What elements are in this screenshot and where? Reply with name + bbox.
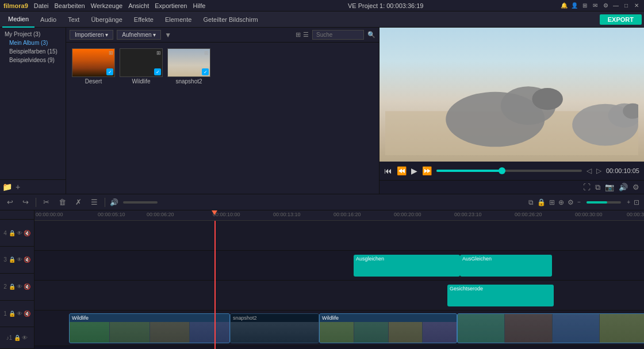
track-row-4 bbox=[34, 221, 644, 251]
media-panel: Importieren ▾ Aufnehmen ▾ ▼ ⊞ ☰ 🔍 ⊞ ✓ De… bbox=[66, 28, 379, 194]
track-eye-icon[interactable]: 👁 bbox=[17, 310, 22, 317]
project-tree: My Project (3) Mein Album (3) Beispielfa… bbox=[0, 28, 66, 67]
ruler-mark: 00:00:16:20 bbox=[334, 212, 361, 217]
clip-wildlife-2[interactable]: Wildlife bbox=[319, 313, 457, 343]
track-eye-icon[interactable]: 👁 bbox=[17, 256, 22, 263]
search-icon[interactable]: 🔍 bbox=[367, 31, 375, 39]
preview-arrows-left[interactable]: ◁ bbox=[586, 167, 592, 175]
tab-audio[interactable]: Audio bbox=[34, 11, 62, 28]
volume-icon[interactable]: 🔊 bbox=[110, 198, 118, 206]
tree-mein-album[interactable]: Mein Album (3) bbox=[2, 39, 63, 47]
tab-effekte[interactable]: Effekte bbox=[128, 11, 159, 28]
list-view-icon[interactable]: ☰ bbox=[303, 31, 309, 39]
menu-button[interactable]: ☰ bbox=[89, 197, 100, 208]
preview-pip-icon[interactable]: ⧉ bbox=[595, 183, 600, 192]
preview-snapshot-icon[interactable]: 📷 bbox=[605, 183, 614, 191]
track-lock-icon[interactable]: 🔒 bbox=[9, 283, 16, 290]
filter-icon[interactable]: ▼ bbox=[164, 31, 171, 39]
media-search-input[interactable] bbox=[312, 30, 364, 40]
tl-icon5[interactable]: ⚙ bbox=[568, 198, 574, 206]
track-2-icons: 🔒 👁 🔇 bbox=[9, 283, 30, 290]
tl-icon1[interactable]: ⧉ bbox=[528, 198, 534, 206]
track-labels: 4 🔒 👁 🔇 3 🔒 👁 🔇 2 🔒 bbox=[0, 210, 34, 349]
tab-uebergaenge[interactable]: Übergänge bbox=[85, 11, 128, 28]
track-mute-icon[interactable]: 🔇 bbox=[24, 283, 30, 290]
track-mute-icon[interactable]: 🔇 bbox=[24, 230, 30, 236]
track-lock-icon[interactable]: 🔒 bbox=[9, 256, 16, 263]
tl-fit-icon[interactable]: ⊡ bbox=[634, 198, 639, 206]
track-lock-icon[interactable]: 🔒 bbox=[9, 310, 16, 317]
tab-geteilter-bildschirm[interactable]: Geteilter Bildschirm bbox=[197, 11, 263, 28]
menu-exportieren[interactable]: Exportieren bbox=[155, 2, 187, 9]
redo-button[interactable]: ↪ bbox=[20, 197, 31, 208]
track-eye-icon[interactable]: 👁 bbox=[22, 335, 28, 341]
track-lock-icon[interactable]: 🔒 bbox=[14, 335, 21, 341]
tab-medien[interactable]: Medien bbox=[2, 11, 34, 28]
media-item-icon: ⊞ bbox=[109, 50, 113, 56]
tree-beispielfarben[interactable]: Beispielfarben (15) bbox=[2, 47, 63, 56]
clip-ausgleichen-1[interactable]: Ausgleichen bbox=[354, 255, 460, 277]
menu-hilfe[interactable]: Hilfe bbox=[193, 2, 205, 9]
clip-ausgleichen-2[interactable]: AusGleichen bbox=[460, 255, 552, 277]
preview-arrows-right[interactable]: ▷ bbox=[596, 167, 601, 175]
volume-slider[interactable] bbox=[123, 201, 158, 204]
window-icon2: 👤 bbox=[570, 2, 578, 10]
menu-datei[interactable]: Datei bbox=[34, 2, 49, 9]
cancel-button[interactable]: ✗ bbox=[73, 197, 84, 208]
minimize-button[interactable]: — bbox=[612, 2, 620, 10]
preview-settings-icon[interactable]: ⚙ bbox=[632, 183, 639, 191]
folder-icon[interactable]: 📁 bbox=[2, 182, 12, 191]
aufnehmen-button[interactable]: Aufnehmen ▾ bbox=[117, 30, 161, 40]
clip-wildlife-3[interactable] bbox=[457, 313, 644, 343]
menu-bearbeiten[interactable]: Bearbeiten bbox=[54, 2, 85, 9]
tl-zoom-in[interactable]: + bbox=[627, 199, 630, 205]
grid-view-icon[interactable]: ⊞ bbox=[296, 31, 301, 39]
ruler-mark: 00:00:05:10 bbox=[98, 212, 125, 217]
tab-text[interactable]: Text bbox=[62, 11, 85, 28]
skip-back-button[interactable]: ⏮ bbox=[384, 166, 392, 175]
track-eye-icon[interactable]: 👁 bbox=[17, 230, 22, 236]
menu-werkzeuge[interactable]: Werkzeuge bbox=[91, 2, 122, 9]
tl-icon3[interactable]: ⊞ bbox=[549, 198, 555, 206]
main-tabs: Medien Audio Text Übergänge Effekte Elem… bbox=[0, 11, 644, 28]
track-mute-icon[interactable]: 🔇 bbox=[24, 256, 30, 263]
add-folder-icon[interactable]: + bbox=[16, 182, 20, 191]
maximize-button[interactable]: □ bbox=[622, 2, 630, 10]
media-check: ✓ bbox=[106, 68, 113, 75]
tab-elemente[interactable]: Elemente bbox=[159, 11, 197, 28]
tl-zoom-out[interactable]: − bbox=[577, 199, 581, 205]
clip-gesichtserode[interactable]: Gesichtserode bbox=[447, 285, 554, 306]
step-forward-button[interactable]: ⏩ bbox=[422, 166, 432, 175]
left-panel-bottom: 📁 + bbox=[0, 179, 66, 194]
ruler-mark: 00:00:23:10 bbox=[454, 212, 482, 217]
export-button[interactable]: EXPORT bbox=[600, 14, 642, 25]
media-item-desert[interactable]: ⊞ ✓ Desert bbox=[72, 48, 115, 85]
app-logo: filmora9 bbox=[3, 2, 28, 9]
track-eye-icon[interactable]: 👁 bbox=[17, 283, 22, 290]
cut-button[interactable]: ✂ bbox=[41, 197, 52, 208]
media-item-snapshot2[interactable]: ⊞ ✓ snapshot2 bbox=[167, 48, 210, 85]
tl-icon2[interactable]: 🔒 bbox=[537, 198, 546, 206]
clip-wildlife-1[interactable]: Wildlife bbox=[69, 313, 230, 343]
window-icon1: 🔔 bbox=[560, 2, 568, 10]
preview-progress-bar[interactable] bbox=[436, 170, 582, 172]
preview-volume-icon[interactable]: 🔊 bbox=[619, 183, 628, 191]
step-back-button[interactable]: ⏪ bbox=[397, 166, 407, 175]
zoom-slider[interactable] bbox=[586, 201, 621, 204]
tl-icon4[interactable]: ⊕ bbox=[558, 198, 564, 206]
tree-root[interactable]: My Project (3) bbox=[2, 30, 63, 39]
close-button[interactable]: ✕ bbox=[632, 2, 641, 10]
track-lock-icon[interactable]: 🔒 bbox=[9, 230, 16, 236]
ruler-spacer bbox=[0, 210, 34, 220]
menu-ansicht[interactable]: Ansicht bbox=[128, 2, 149, 9]
importieren-button[interactable]: Importieren ▾ bbox=[70, 30, 113, 40]
delete-button[interactable]: 🗑 bbox=[56, 197, 68, 208]
play-button[interactable]: ▶ bbox=[411, 166, 417, 175]
undo-button[interactable]: ↩ bbox=[5, 197, 16, 208]
media-item-wildlife[interactable]: ⊞ ✓ Wildlife bbox=[120, 48, 163, 85]
preview-fullscreen-icon[interactable]: ⛶ bbox=[583, 183, 591, 191]
track-mute-icon[interactable]: 🔇 bbox=[24, 310, 30, 317]
tree-beispielvideos[interactable]: Beispielvideos (9) bbox=[2, 56, 63, 64]
media-item-icon: ⊞ bbox=[156, 50, 161, 56]
clip-snapshot2[interactable]: snapshot2 bbox=[230, 313, 319, 343]
